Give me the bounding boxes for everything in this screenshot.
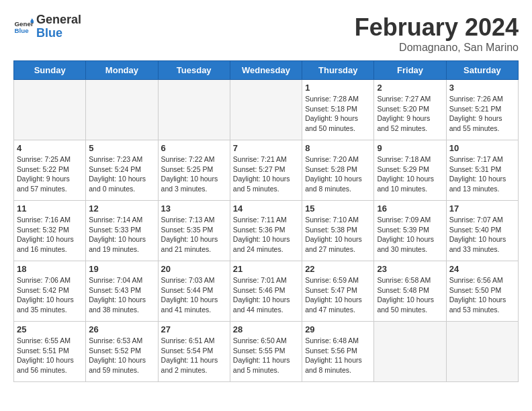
weekday-header-saturday: Saturday: [446, 61, 518, 80]
day-info: Sunrise: 6:50 AM Sunset: 5:55 PM Dayligh…: [233, 336, 299, 375]
calendar-cell: 20Sunrise: 7:03 AM Sunset: 5:44 PM Dayli…: [158, 261, 230, 322]
calendar-cell: 8Sunrise: 7:20 AM Sunset: 5:28 PM Daylig…: [302, 140, 374, 201]
day-info: Sunrise: 7:18 AM Sunset: 5:29 PM Dayligh…: [377, 154, 443, 194]
svg-marker-3: [31, 21, 34, 23]
day-number: 16: [377, 203, 443, 214]
day-number: 20: [161, 264, 227, 274]
day-number: 15: [305, 203, 371, 214]
calendar-cell: [86, 80, 158, 140]
weekday-header-thursday: Thursday: [302, 61, 374, 80]
title-area: February 2024 Domagnano, San Marino: [355, 13, 519, 54]
calendar-cell: [14, 80, 86, 140]
calendar-cell: 16Sunrise: 7:09 AM Sunset: 5:39 PM Dayli…: [374, 201, 446, 261]
calendar-cell: [446, 322, 518, 382]
day-info: Sunrise: 7:01 AM Sunset: 5:46 PM Dayligh…: [233, 275, 299, 315]
calendar-cell: 11Sunrise: 7:16 AM Sunset: 5:32 PM Dayli…: [14, 201, 86, 261]
day-number: 19: [89, 264, 154, 274]
day-number: 17: [449, 203, 515, 214]
logo: General Blue General Blue: [13, 13, 81, 40]
day-info: Sunrise: 6:55 AM Sunset: 5:51 PM Dayligh…: [17, 336, 83, 375]
weekday-header-tuesday: Tuesday: [158, 61, 230, 80]
week-row-1: 1Sunrise: 7:28 AM Sunset: 5:18 PM Daylig…: [14, 80, 519, 140]
day-info: Sunrise: 6:56 AM Sunset: 5:50 PM Dayligh…: [449, 275, 515, 315]
calendar-cell: 29Sunrise: 6:48 AM Sunset: 5:56 PM Dayli…: [302, 322, 374, 382]
weekday-header-sunday: Sunday: [14, 61, 86, 80]
calendar-cell: 23Sunrise: 6:58 AM Sunset: 5:48 PM Dayli…: [374, 261, 446, 322]
day-number: 8: [305, 143, 371, 153]
day-info: Sunrise: 7:25 AM Sunset: 5:22 PM Dayligh…: [17, 154, 83, 194]
day-info: Sunrise: 6:59 AM Sunset: 5:47 PM Dayligh…: [305, 275, 371, 315]
day-number: 14: [233, 203, 299, 214]
week-row-3: 11Sunrise: 7:16 AM Sunset: 5:32 PM Dayli…: [14, 201, 519, 261]
weekday-header-friday: Friday: [374, 61, 446, 80]
calendar-cell: 28Sunrise: 6:50 AM Sunset: 5:55 PM Dayli…: [230, 322, 302, 382]
day-info: Sunrise: 7:28 AM Sunset: 5:18 PM Dayligh…: [305, 94, 371, 134]
week-row-4: 18Sunrise: 7:06 AM Sunset: 5:42 PM Dayli…: [14, 261, 519, 322]
day-info: Sunrise: 6:58 AM Sunset: 5:48 PM Dayligh…: [377, 275, 443, 315]
day-number: 26: [89, 324, 154, 334]
svg-text:Blue: Blue: [15, 27, 30, 34]
calendar-cell: 22Sunrise: 6:59 AM Sunset: 5:47 PM Dayli…: [302, 261, 374, 322]
calendar-cell: 13Sunrise: 7:13 AM Sunset: 5:35 PM Dayli…: [158, 201, 230, 261]
day-info: Sunrise: 7:10 AM Sunset: 5:38 PM Dayligh…: [305, 215, 371, 255]
day-info: Sunrise: 7:04 AM Sunset: 5:43 PM Dayligh…: [89, 275, 154, 315]
location-title: Domagnano, San Marino: [355, 42, 519, 54]
day-number: 4: [17, 143, 83, 153]
day-number: 24: [449, 264, 515, 274]
calendar-cell: 17Sunrise: 7:07 AM Sunset: 5:40 PM Dayli…: [446, 201, 518, 261]
weekday-header-wednesday: Wednesday: [230, 61, 302, 80]
day-info: Sunrise: 6:51 AM Sunset: 5:54 PM Dayligh…: [161, 336, 227, 375]
day-info: Sunrise: 6:53 AM Sunset: 5:52 PM Dayligh…: [89, 336, 154, 375]
day-info: Sunrise: 6:48 AM Sunset: 5:56 PM Dayligh…: [305, 336, 371, 375]
day-number: 3: [449, 83, 515, 93]
calendar-cell: 6Sunrise: 7:22 AM Sunset: 5:25 PM Daylig…: [158, 140, 230, 201]
day-number: 10: [449, 143, 515, 153]
day-info: Sunrise: 7:23 AM Sunset: 5:24 PM Dayligh…: [89, 154, 154, 194]
day-info: Sunrise: 7:27 AM Sunset: 5:20 PM Dayligh…: [377, 94, 443, 134]
calendar-cell: 5Sunrise: 7:23 AM Sunset: 5:24 PM Daylig…: [86, 140, 158, 201]
logo-blue: Blue: [36, 27, 81, 40]
day-info: Sunrise: 7:09 AM Sunset: 5:39 PM Dayligh…: [377, 215, 443, 255]
day-number: 29: [305, 324, 371, 334]
day-number: 18: [17, 264, 83, 274]
day-info: Sunrise: 7:11 AM Sunset: 5:36 PM Dayligh…: [233, 215, 299, 255]
calendar-cell: 26Sunrise: 6:53 AM Sunset: 5:52 PM Dayli…: [86, 322, 158, 382]
calendar-cell: 1Sunrise: 7:28 AM Sunset: 5:18 PM Daylig…: [302, 80, 374, 140]
calendar-cell: [374, 322, 446, 382]
day-info: Sunrise: 7:13 AM Sunset: 5:35 PM Dayligh…: [161, 215, 227, 255]
day-number: 28: [233, 324, 299, 334]
day-number: 25: [17, 324, 83, 334]
calendar-cell: 27Sunrise: 6:51 AM Sunset: 5:54 PM Dayli…: [158, 322, 230, 382]
calendar-cell: 12Sunrise: 7:14 AM Sunset: 5:33 PM Dayli…: [86, 201, 158, 261]
calendar-cell: 2Sunrise: 7:27 AM Sunset: 5:20 PM Daylig…: [374, 80, 446, 140]
page-header: General Blue General Blue February 2024 …: [13, 13, 519, 54]
weekday-header-monday: Monday: [86, 61, 158, 80]
day-info: Sunrise: 7:03 AM Sunset: 5:44 PM Dayligh…: [161, 275, 227, 315]
day-info: Sunrise: 7:20 AM Sunset: 5:28 PM Dayligh…: [305, 154, 371, 194]
day-number: 5: [89, 143, 154, 153]
day-number: 1: [305, 83, 371, 93]
day-number: 2: [377, 83, 443, 93]
day-number: 6: [161, 143, 227, 153]
day-number: 11: [17, 203, 83, 214]
day-number: 13: [161, 203, 227, 214]
calendar-cell: [230, 80, 302, 140]
day-info: Sunrise: 7:14 AM Sunset: 5:33 PM Dayligh…: [89, 215, 154, 255]
week-row-2: 4Sunrise: 7:25 AM Sunset: 5:22 PM Daylig…: [14, 140, 519, 201]
day-info: Sunrise: 7:21 AM Sunset: 5:27 PM Dayligh…: [233, 154, 299, 194]
day-number: 9: [377, 143, 443, 153]
calendar-cell: 10Sunrise: 7:17 AM Sunset: 5:31 PM Dayli…: [446, 140, 518, 201]
calendar-cell: 19Sunrise: 7:04 AM Sunset: 5:43 PM Dayli…: [86, 261, 158, 322]
day-number: 21: [233, 264, 299, 274]
calendar-cell: 21Sunrise: 7:01 AM Sunset: 5:46 PM Dayli…: [230, 261, 302, 322]
calendar-cell: 25Sunrise: 6:55 AM Sunset: 5:51 PM Dayli…: [14, 322, 86, 382]
day-info: Sunrise: 7:26 AM Sunset: 5:21 PM Dayligh…: [449, 94, 515, 134]
calendar-cell: [158, 80, 230, 140]
calendar-cell: 7Sunrise: 7:21 AM Sunset: 5:27 PM Daylig…: [230, 140, 302, 201]
day-info: Sunrise: 7:16 AM Sunset: 5:32 PM Dayligh…: [17, 215, 83, 255]
month-title: February 2024: [355, 13, 519, 42]
day-info: Sunrise: 7:17 AM Sunset: 5:31 PM Dayligh…: [449, 154, 515, 194]
calendar-table: SundayMondayTuesdayWednesdayThursdayFrid…: [13, 60, 519, 382]
calendar-cell: 9Sunrise: 7:18 AM Sunset: 5:29 PM Daylig…: [374, 140, 446, 201]
day-number: 22: [305, 264, 371, 274]
